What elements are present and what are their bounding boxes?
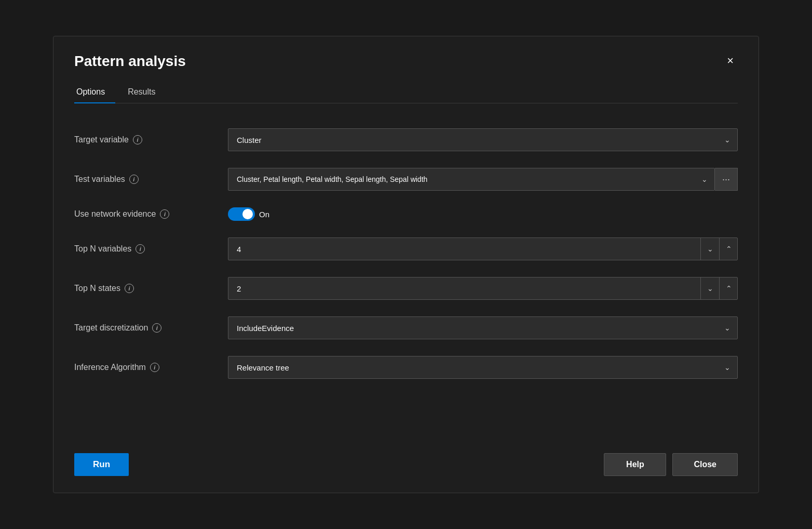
use-network-evidence-toggle[interactable]: [228, 207, 255, 221]
top-n-states-down-button[interactable]: ⌄: [700, 277, 719, 300]
tab-options[interactable]: Options: [74, 82, 115, 103]
top-n-variables-row: Top N variables i ⌄ ⌃: [74, 229, 738, 269]
run-button[interactable]: Run: [74, 453, 129, 476]
target-variable-label-text: Target variable: [74, 135, 129, 144]
test-variables-control: Cluster, Petal length, Petal width, Sepa…: [228, 168, 738, 191]
toggle-slider: [228, 207, 255, 221]
inference-algorithm-info-icon[interactable]: i: [150, 363, 159, 372]
use-network-evidence-info-icon[interactable]: i: [160, 209, 169, 219]
dialog-header: Pattern analysis ×: [74, 53, 738, 70]
inference-algorithm-select-wrapper: Relevance tree ⌄: [228, 356, 738, 379]
use-network-evidence-row: Use network evidence i On: [74, 199, 738, 229]
target-discretization-select[interactable]: IncludeEvidence: [228, 316, 738, 339]
top-n-variables-input[interactable]: [228, 237, 738, 260]
tab-results[interactable]: Results: [126, 82, 166, 103]
target-discretization-info-icon[interactable]: i: [152, 323, 161, 333]
help-button[interactable]: Help: [604, 453, 666, 476]
top-n-states-label-text: Top N states: [74, 284, 120, 293]
test-variables-label-text: Test variables: [74, 175, 125, 184]
top-n-states-spin-buttons: ⌄ ⌃: [700, 277, 738, 300]
dialog-title: Pattern analysis: [74, 53, 186, 70]
top-n-variables-spin-buttons: ⌄ ⌃: [700, 237, 738, 260]
pattern-analysis-dialog: Pattern analysis × Options Results Targe…: [53, 36, 759, 493]
test-variables-row: Test variables i Cluster, Petal length, …: [74, 160, 738, 199]
top-n-states-spinbox: ⌄ ⌃: [228, 277, 738, 300]
dialog-close-button[interactable]: ×: [723, 53, 738, 69]
target-variable-info-icon[interactable]: i: [133, 135, 142, 144]
target-discretization-row: Target discretization i IncludeEvidence …: [74, 308, 738, 348]
test-variables-more-button[interactable]: ···: [715, 168, 738, 191]
dialog-footer: Run Help Close: [74, 432, 738, 476]
top-n-states-input[interactable]: [228, 277, 738, 300]
top-n-variables-label-text: Top N variables: [74, 244, 131, 254]
use-network-evidence-label: Use network evidence i: [74, 209, 220, 219]
top-n-states-row: Top N states i ⌄ ⌃: [74, 269, 738, 308]
use-network-evidence-toggle-wrapper: On: [228, 207, 269, 221]
target-discretization-label-text: Target discretization: [74, 323, 148, 333]
options-form: Target variable i Cluster ⌄ Test variabl…: [74, 120, 738, 432]
inference-algorithm-label-text: Inference Algorithm: [74, 363, 146, 372]
test-variables-info-icon[interactable]: i: [129, 175, 139, 184]
tab-bar: Options Results: [74, 82, 738, 103]
target-discretization-label: Target discretization i: [74, 323, 220, 333]
inference-algorithm-select[interactable]: Relevance tree: [228, 356, 738, 379]
top-n-variables-info-icon[interactable]: i: [136, 244, 145, 254]
inference-algorithm-label: Inference Algorithm i: [74, 363, 220, 372]
target-variable-row: Target variable i Cluster ⌄: [74, 120, 738, 160]
inference-algorithm-row: Inference Algorithm i Relevance tree ⌄: [74, 348, 738, 387]
top-n-states-label: Top N states i: [74, 284, 220, 293]
top-n-states-info-icon[interactable]: i: [125, 284, 134, 293]
use-network-evidence-toggle-label: On: [259, 210, 269, 219]
test-variables-select[interactable]: Cluster, Petal length, Petal width, Sepa…: [228, 168, 715, 191]
target-variable-select[interactable]: Cluster: [228, 128, 738, 151]
target-discretization-select-wrapper: IncludeEvidence ⌄: [228, 316, 738, 339]
target-variable-select-wrapper: Cluster ⌄: [228, 128, 738, 151]
close-button[interactable]: Close: [672, 453, 738, 476]
top-n-states-up-button[interactable]: ⌃: [719, 277, 738, 300]
footer-button-group: Help Close: [604, 453, 738, 476]
target-variable-label: Target variable i: [74, 135, 220, 144]
top-n-variables-down-button[interactable]: ⌄: [700, 237, 719, 260]
use-network-evidence-label-text: Use network evidence: [74, 209, 156, 219]
top-n-variables-label: Top N variables i: [74, 244, 220, 254]
test-variables-select-wrapper: Cluster, Petal length, Petal width, Sepa…: [228, 168, 715, 191]
test-variables-label: Test variables i: [74, 175, 220, 184]
top-n-variables-up-button[interactable]: ⌃: [719, 237, 738, 260]
top-n-variables-spinbox: ⌄ ⌃: [228, 237, 738, 260]
